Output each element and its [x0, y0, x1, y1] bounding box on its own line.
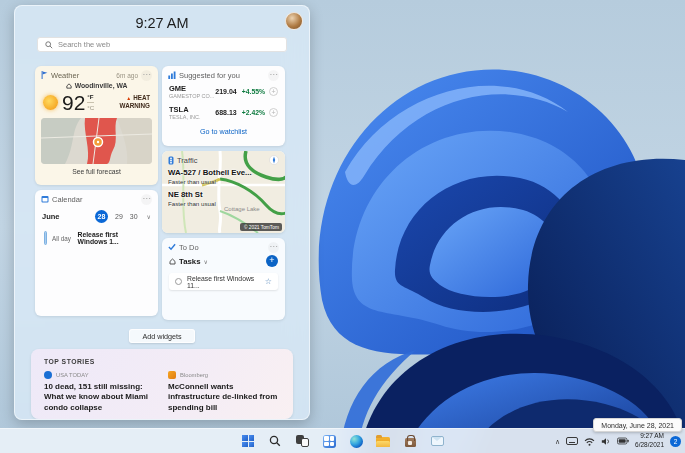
- calendar-title: Calendar: [52, 195, 82, 204]
- stock-price: 688.13: [215, 109, 236, 116]
- traffic-light-icon: [168, 156, 174, 165]
- stock-price: 219.04: [215, 88, 236, 95]
- taskbar: ∧: [0, 428, 685, 453]
- date-tooltip: Monday, June 28, 2021: [593, 418, 682, 432]
- stock-company: TESLA, INC.: [169, 114, 200, 121]
- traffic-widget[interactable]: Cottage Lake © 2021 TomTom Traffic: [162, 151, 285, 233]
- tray-time: 9:27 AM: [635, 432, 664, 441]
- day-chip[interactable]: 30: [130, 213, 138, 220]
- calendar-icon: [41, 195, 49, 203]
- usa-today-logo-icon: [44, 371, 52, 379]
- compass-icon[interactable]: [269, 155, 279, 165]
- start-icon: [242, 435, 254, 447]
- traffic-route-2: NE 8th St: [168, 190, 279, 199]
- stock-company: GAMESTOP CO...: [169, 93, 214, 100]
- news-feed-card[interactable]: TOP STORIES USA TODAY 10 dead, 151 still…: [31, 349, 293, 419]
- stocks-widget[interactable]: Suggested for you ⋯ GME GAMESTOP CO... 2…: [162, 66, 285, 146]
- task-checkbox[interactable]: [175, 278, 182, 285]
- todo-title: To Do: [179, 243, 199, 252]
- see-full-forecast-link[interactable]: See full forecast: [35, 168, 158, 175]
- wifi-icon[interactable]: [584, 437, 595, 446]
- weather-map: [41, 118, 152, 164]
- search-input[interactable]: [58, 40, 279, 49]
- desktop: 9:27 AM Weather 6m ago: [0, 0, 685, 453]
- todo-list-name[interactable]: Tasks: [179, 257, 201, 266]
- widgets-panel: 9:27 AM Weather 6m ago: [14, 5, 310, 420]
- store-button[interactable]: [402, 432, 419, 451]
- taskbar-search-button[interactable]: [267, 432, 284, 451]
- add-task-button[interactable]: +: [266, 255, 278, 267]
- event-title: Release first Windows 1...: [78, 231, 149, 245]
- tray-date: 6/28/2021: [635, 441, 664, 450]
- volume-icon[interactable]: [601, 437, 611, 446]
- calendar-event[interactable]: All day Release first Windows 1...: [35, 231, 158, 245]
- more-options-icon[interactable]: ⋯: [268, 242, 279, 253]
- tray-clock[interactable]: 9:27 AM 6/28/2021: [635, 432, 664, 450]
- day-chip[interactable]: 29: [115, 213, 123, 220]
- news-headline: 10 dead, 151 still missing: What we know…: [44, 382, 156, 413]
- weather-location: Woodinville, WA: [75, 82, 128, 89]
- calendar-widget[interactable]: Calendar ⋯ June 28 29 30 ∨: [35, 190, 158, 316]
- top-stories-label: TOP STORIES: [44, 358, 280, 365]
- warning-icon: ▲: [126, 96, 131, 101]
- stock-row[interactable]: GME GAMESTOP CO... 219.04 +4.55% +: [162, 84, 285, 100]
- traffic-title: Traffic: [177, 156, 197, 165]
- more-options-icon[interactable]: ⋯: [141, 194, 152, 205]
- task-item[interactable]: Release first Windows 11... ☆: [169, 273, 278, 290]
- weather-updated: 6m ago: [116, 72, 138, 79]
- add-widgets-button[interactable]: Add widgets: [129, 329, 194, 343]
- star-icon[interactable]: ☆: [265, 277, 272, 286]
- store-icon: [405, 438, 416, 447]
- file-explorer-icon: [376, 437, 390, 447]
- task-view-icon: [296, 435, 309, 447]
- stocks-chart-icon: [168, 71, 176, 79]
- search-icon: [269, 435, 281, 447]
- mail-button[interactable]: [429, 432, 446, 451]
- temperature-value: 92: [62, 92, 85, 113]
- todo-widget[interactable]: To Do ⋯ Tasks ∨ + Release first Windows …: [162, 238, 285, 320]
- weather-flag-icon: [41, 71, 48, 79]
- home-icon: [169, 258, 176, 265]
- stock-change: +4.55%: [242, 88, 265, 95]
- battery-icon[interactable]: [617, 437, 629, 445]
- stock-symbol: GME: [169, 84, 214, 93]
- chevron-down-icon[interactable]: ∨: [147, 213, 151, 220]
- more-options-icon[interactable]: ⋯: [141, 70, 152, 81]
- notification-badge[interactable]: 2: [670, 436, 681, 447]
- bloomberg-logo-icon: [168, 371, 176, 379]
- more-options-icon[interactable]: ⋯: [268, 70, 279, 81]
- unit-fahrenheit[interactable]: °F: [87, 93, 94, 102]
- event-color-bar: [44, 231, 47, 245]
- widgets-button[interactable]: [321, 432, 338, 451]
- task-view-button[interactable]: [294, 432, 311, 451]
- chevron-down-icon[interactable]: ∨: [204, 258, 208, 265]
- file-explorer-button[interactable]: [375, 432, 392, 451]
- weather-widget[interactable]: Weather 6m ago ⋯ Woodinville, WA 92: [35, 66, 158, 185]
- touch-keyboard-icon[interactable]: [566, 437, 578, 445]
- stocks-title: Suggested for you: [179, 71, 240, 80]
- go-to-watchlist-link[interactable]: Go to watchlist: [162, 127, 285, 136]
- day-chip-selected[interactable]: 28: [95, 210, 108, 223]
- tray-chevron-up-icon[interactable]: ∧: [555, 438, 560, 445]
- search-bar[interactable]: [37, 37, 287, 52]
- traffic-status-2: Faster than usual: [168, 200, 279, 207]
- event-time: All day: [52, 235, 73, 242]
- add-to-watchlist-icon[interactable]: +: [269, 108, 278, 117]
- news-source: Bloomberg: [180, 372, 208, 378]
- calendar-month: June: [42, 212, 60, 221]
- sun-icon: [43, 95, 58, 110]
- news-story[interactable]: USA TODAY 10 dead, 151 still missing: Wh…: [44, 371, 156, 413]
- edge-button[interactable]: [348, 432, 365, 451]
- widgets-icon: [323, 435, 336, 448]
- start-button[interactable]: [240, 432, 257, 451]
- map-attribution: © 2021 TomTom: [244, 224, 279, 230]
- unit-celsius[interactable]: °C: [87, 103, 94, 111]
- traffic-status-1: Faster than usual: [168, 178, 279, 185]
- traffic-route-1: WA-527 / Bothell Eve...: [168, 168, 279, 177]
- news-story[interactable]: Bloomberg McConnell wants infrastructure…: [168, 371, 280, 413]
- task-title: Release first Windows 11...: [187, 275, 260, 289]
- mail-icon: [431, 436, 444, 446]
- avatar[interactable]: [285, 12, 303, 30]
- stock-row[interactable]: TSLA TESLA, INC. 688.13 +2.42% +: [162, 105, 285, 121]
- add-to-watchlist-icon[interactable]: +: [269, 87, 278, 96]
